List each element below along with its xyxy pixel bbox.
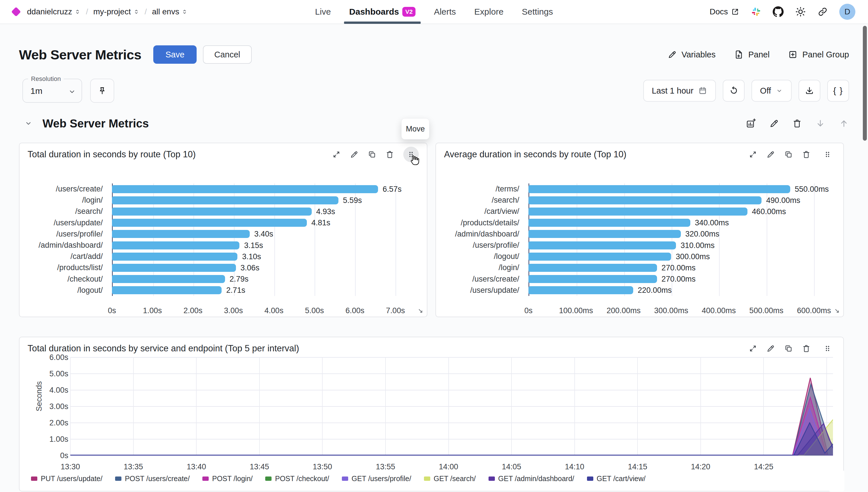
bar[interactable] (528, 219, 690, 227)
bar-category-label: /users/profile/ (446, 241, 524, 250)
bar[interactable] (112, 230, 250, 238)
nav-tab-alerts[interactable]: Alerts (434, 0, 456, 24)
bar[interactable] (528, 207, 747, 216)
bar[interactable] (112, 196, 339, 204)
nav-tab-explore[interactable]: Explore (474, 0, 503, 24)
legend-label: POST /users/create/ (125, 474, 190, 483)
theme-sun-icon[interactable] (795, 6, 806, 17)
bar[interactable] (528, 196, 762, 204)
bar[interactable] (112, 275, 225, 283)
legend-item[interactable]: POST /login/ (202, 474, 253, 483)
bar[interactable] (528, 264, 657, 272)
legend-item[interactable]: POST /users/create/ (115, 474, 190, 483)
edit-section-icon[interactable] (769, 119, 779, 128)
avatar[interactable]: D (839, 4, 855, 20)
legend-item[interactable]: POST /checkout/ (265, 474, 329, 483)
delete-panel-icon[interactable] (802, 344, 811, 353)
edit-panel-icon[interactable] (766, 344, 775, 353)
bar[interactable] (112, 185, 378, 193)
nav-tab-live[interactable]: Live (315, 0, 331, 24)
delete-panel-icon[interactable] (802, 150, 811, 159)
legend-item[interactable]: PUT /users/update/ (31, 474, 102, 483)
breadcrumb-item-all-envs[interactable]: all envs (152, 7, 188, 16)
series-line (70, 420, 833, 455)
bar-value-label: 460.00ms (752, 207, 786, 216)
bar[interactable] (112, 219, 307, 227)
duplicate-panel-icon[interactable] (784, 344, 793, 353)
time-range-button[interactable]: Last 1 hour (643, 80, 716, 102)
bar[interactable] (112, 253, 238, 261)
share-link-icon[interactable] (817, 7, 828, 17)
docs-link[interactable]: Docs (710, 7, 739, 16)
bar-value-label: 220.00ms (638, 286, 672, 295)
nav-tab-settings[interactable]: Settings (522, 0, 553, 24)
bar[interactable] (112, 207, 312, 216)
legend-item[interactable]: GET /search/ (424, 474, 476, 483)
legend-item[interactable]: GET /cart/view/ (587, 474, 646, 483)
x-tick-label: 0s (524, 306, 533, 315)
bar[interactable] (112, 286, 222, 294)
duplicate-panel-icon[interactable] (368, 150, 376, 159)
expand-icon[interactable] (749, 150, 757, 159)
x-tick-label: 13:50 (313, 463, 332, 471)
legend-label: GET /cart/view/ (597, 474, 646, 483)
github-icon[interactable] (773, 6, 784, 17)
bar[interactable] (112, 241, 240, 249)
nav-tab-dashboards[interactable]: DashboardsV2 (349, 0, 416, 24)
download-button[interactable] (798, 80, 820, 102)
delete-panel-icon[interactable] (386, 150, 394, 159)
save-button[interactable]: Save (153, 45, 196, 64)
expand-icon[interactable] (332, 150, 341, 159)
bar[interactable] (528, 253, 671, 261)
legend-label: GET /users/profile/ (352, 474, 411, 483)
pin-button[interactable] (90, 79, 114, 103)
add-chart-icon[interactable] (746, 118, 756, 129)
add-panel-button[interactable]: Panel (734, 50, 770, 59)
move-down-icon[interactable] (815, 118, 825, 129)
auto-refresh-select[interactable]: Off (751, 80, 792, 102)
y-tick-label: 1.00s (49, 435, 68, 444)
slack-icon[interactable] (751, 7, 761, 17)
bar-track: 300.00ms (528, 253, 833, 261)
bar-row: /users/update/4.81s (30, 217, 417, 228)
bar[interactable] (528, 241, 676, 249)
add-panel-group-button[interactable]: Panel Group (788, 50, 849, 59)
resize-corner-icon[interactable] (834, 308, 840, 314)
drag-handle[interactable] (820, 341, 835, 356)
vertical-scrollbar[interactable] (863, 26, 867, 141)
bar[interactable] (112, 264, 236, 272)
x-tick-label: 14:15 (628, 463, 647, 471)
edit-panel-icon[interactable] (350, 150, 358, 159)
bar[interactable] (528, 185, 790, 193)
move-up-icon[interactable] (839, 118, 849, 129)
drag-handle[interactable] (820, 147, 835, 162)
variables-button[interactable]: Variables (668, 50, 716, 59)
edit-panel-icon[interactable] (766, 150, 775, 159)
breadcrumb-item-my-project[interactable]: my-project (93, 7, 140, 16)
bar-track: 270.00ms (528, 275, 833, 283)
cancel-button[interactable]: Cancel (203, 45, 252, 64)
calendar-icon (698, 86, 707, 95)
resize-corner-icon[interactable] (417, 308, 424, 314)
panel-group-label: Panel Group (802, 50, 849, 59)
legend-item[interactable]: GET /admin/dashboard/ (489, 474, 574, 483)
breadcrumb-item-ddanielcruzz[interactable]: ddanielcruzz (27, 7, 81, 16)
bar-row: /users/create/270.00ms (446, 274, 833, 285)
bar[interactable] (528, 275, 657, 283)
drag-handle[interactable] (403, 147, 419, 162)
panel-group-header: Web Server Metrics (19, 114, 849, 132)
bar-row: /terms/550.00ms (446, 183, 833, 195)
bar[interactable] (528, 286, 633, 294)
resolution-select[interactable]: Resolution 1m (22, 79, 82, 103)
bar[interactable] (528, 230, 681, 238)
scroll-corner (828, 470, 844, 491)
refresh-button[interactable] (723, 80, 745, 102)
delete-section-icon[interactable] (792, 119, 802, 128)
legend-label: GET /admin/dashboard/ (498, 474, 574, 483)
collapse-caret-icon[interactable] (24, 119, 33, 128)
brand-logo-icon[interactable] (11, 7, 21, 17)
expand-icon[interactable] (749, 344, 757, 353)
legend-item[interactable]: GET /users/profile/ (342, 474, 411, 483)
json-braces-button[interactable]: { } (827, 80, 849, 102)
duplicate-panel-icon[interactable] (784, 150, 793, 159)
